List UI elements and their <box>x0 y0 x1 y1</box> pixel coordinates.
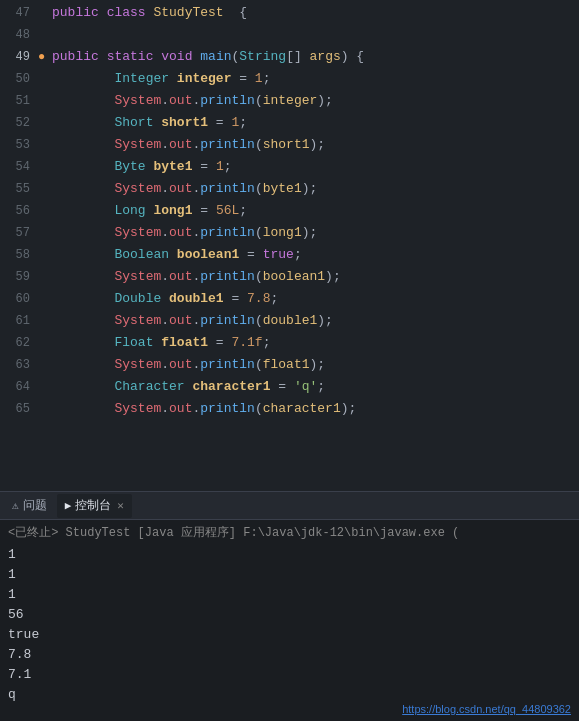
tab-icon: ▶ <box>65 499 72 512</box>
tab-label: 问题 <box>23 497 47 514</box>
line-content: Integer integer = 1; <box>48 68 270 90</box>
watermark: https://blog.csdn.net/qq_44809362 <box>402 703 571 715</box>
line-content: System.out.println(double1); <box>48 310 333 332</box>
line-content: System.out.println(integer); <box>48 90 333 112</box>
console-status: <已终止> StudyTest [Java 应用程序] F:\Java\jdk-… <box>8 524 571 541</box>
console-output-line: 7.1 <box>8 665 571 685</box>
code-line: 49●public static void main(String[] args… <box>0 46 579 68</box>
line-number: 49 <box>0 46 38 68</box>
line-content: Double double1 = 7.8; <box>48 288 278 310</box>
code-line: 57 System.out.println(long1); <box>0 222 579 244</box>
line-number: 54 <box>0 156 38 178</box>
console-output-line: 7.8 <box>8 645 571 665</box>
console-panel: <已终止> StudyTest [Java 应用程序] F:\Java\jdk-… <box>0 520 579 721</box>
line-content: System.out.println(character1); <box>48 398 356 420</box>
line-arrow: ● <box>38 46 48 68</box>
panel-tab-problems[interactable]: ⚠问题 <box>4 494 55 518</box>
console-output-line: 1 <box>8 565 571 585</box>
code-line: 55 System.out.println(byte1); <box>0 178 579 200</box>
line-content: System.out.println(short1); <box>48 134 325 156</box>
code-lines: 47 public class StudyTest {48 49●public … <box>0 0 579 422</box>
console-output-line: 1 <box>8 545 571 565</box>
code-line: 64 Character character1 = 'q'; <box>0 376 579 398</box>
code-line: 47 public class StudyTest { <box>0 2 579 24</box>
code-line: 48 <box>0 24 579 46</box>
code-line: 63 System.out.println(float1); <box>0 354 579 376</box>
line-number: 53 <box>0 134 38 156</box>
line-content: System.out.println(byte1); <box>48 178 317 200</box>
line-number: 59 <box>0 266 38 288</box>
line-number: 48 <box>0 24 38 46</box>
line-content: Float float1 = 7.1f; <box>48 332 271 354</box>
line-content: Boolean boolean1 = true; <box>48 244 302 266</box>
line-content: System.out.println(long1); <box>48 222 317 244</box>
line-content: Long long1 = 56L; <box>48 200 247 222</box>
line-content: public static void main(String[] args) { <box>48 46 364 68</box>
line-number: 65 <box>0 398 38 420</box>
line-number: 60 <box>0 288 38 310</box>
console-output-line: true <box>8 625 571 645</box>
bottom-panel: ⚠问题▶控制台✕ <已终止> StudyTest [Java 应用程序] F:\… <box>0 491 579 721</box>
line-content: Byte byte1 = 1; <box>48 156 232 178</box>
line-content: System.out.println(float1); <box>48 354 325 376</box>
tab-close-button[interactable]: ✕ <box>117 499 124 512</box>
console-content: <已终止> StudyTest [Java 应用程序] F:\Java\jdk-… <box>0 520 579 709</box>
line-number: 47 <box>0 2 38 24</box>
code-line: 52 Short short1 = 1; <box>0 112 579 134</box>
console-output-line: 56 <box>8 605 571 625</box>
code-line: 54 Byte byte1 = 1; <box>0 156 579 178</box>
line-number: 61 <box>0 310 38 332</box>
code-line: 65 System.out.println(character1); <box>0 398 579 420</box>
console-output-line: q <box>8 685 571 705</box>
code-line: 62 Float float1 = 7.1f; <box>0 332 579 354</box>
code-line: 53 System.out.println(short1); <box>0 134 579 156</box>
line-number: 52 <box>0 112 38 134</box>
line-number: 51 <box>0 90 38 112</box>
line-content: System.out.println(boolean1); <box>48 266 341 288</box>
code-line: 60 Double double1 = 7.8; <box>0 288 579 310</box>
line-number: 50 <box>0 68 38 90</box>
line-number: 56 <box>0 200 38 222</box>
line-content: Short short1 = 1; <box>48 112 247 134</box>
console-output-line: 1 <box>8 585 571 605</box>
tab-label: 控制台 <box>75 497 111 514</box>
code-line: 51 System.out.println(integer); <box>0 90 579 112</box>
line-content: public class StudyTest { <box>48 2 247 24</box>
code-line: 56 Long long1 = 56L; <box>0 200 579 222</box>
code-line: 61 System.out.println(double1); <box>0 310 579 332</box>
tab-icon: ⚠ <box>12 499 19 512</box>
line-content: Character character1 = 'q'; <box>48 376 325 398</box>
code-line: 58 Boolean boolean1 = true; <box>0 244 579 266</box>
code-line: 50 Integer integer = 1; <box>0 68 579 90</box>
panel-tab-console[interactable]: ▶控制台✕ <box>57 494 132 518</box>
panel-tabs: ⚠问题▶控制台✕ <box>0 492 579 520</box>
line-number: 63 <box>0 354 38 376</box>
code-line: 59 System.out.println(boolean1); <box>0 266 579 288</box>
line-number: 55 <box>0 178 38 200</box>
line-number: 62 <box>0 332 38 354</box>
line-number: 57 <box>0 222 38 244</box>
console-output: 11156true7.87.1q <box>8 545 571 705</box>
line-number: 64 <box>0 376 38 398</box>
code-editor: 47 public class StudyTest {48 49●public … <box>0 0 579 491</box>
line-number: 58 <box>0 244 38 266</box>
